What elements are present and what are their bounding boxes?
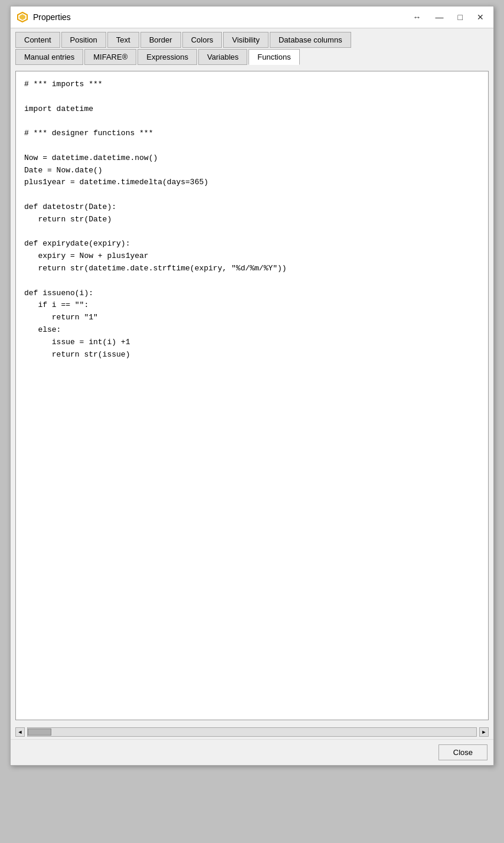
tab-database-columns[interactable]: Database columns	[270, 32, 351, 48]
tab-expressions[interactable]: Expressions	[138, 49, 197, 65]
title-bar: Properties ↔ — □ ✕	[11, 6, 493, 28]
tab-variables[interactable]: Variables	[198, 49, 247, 65]
main-content: # *** imports *** import datetime # *** …	[11, 66, 493, 725]
minimize-button[interactable]: —	[432, 11, 447, 23]
tab-row-2: Manual entries MIFARE® Expressions Varia…	[15, 49, 489, 65]
tab-position[interactable]: Position	[61, 32, 106, 48]
tab-text[interactable]: Text	[107, 32, 139, 48]
footer: Close	[11, 739, 493, 765]
title-bar-left: Properties	[17, 11, 71, 23]
code-editor[interactable]: # *** imports *** import datetime # *** …	[15, 71, 489, 720]
tab-functions[interactable]: Functions	[248, 49, 299, 65]
tab-mifare[interactable]: MIFARE®	[84, 49, 136, 65]
maximize-button[interactable]: □	[454, 11, 466, 23]
properties-window: Properties ↔ — □ ✕ Content Position Text…	[10, 6, 494, 766]
tab-visibility[interactable]: Visibility	[223, 32, 269, 48]
window-title: Properties	[33, 12, 71, 22]
tab-bar-container: Content Position Text Border Colors Visi…	[11, 28, 493, 65]
scrollbar-thumb[interactable]	[28, 728, 51, 736]
tab-colors[interactable]: Colors	[182, 32, 222, 48]
tab-row-1: Content Position Text Border Colors Visi…	[15, 32, 489, 48]
scrollbar-area: ◄ ►	[11, 725, 493, 739]
tab-border[interactable]: Border	[140, 32, 181, 48]
close-window-button[interactable]: ✕	[473, 11, 487, 23]
scroll-left-button[interactable]: ◄	[15, 727, 25, 737]
svg-marker-1	[19, 14, 25, 20]
title-bar-controls: ↔ — □ ✕	[410, 11, 487, 23]
close-button[interactable]: Close	[438, 744, 487, 760]
horizontal-scrollbar[interactable]	[27, 727, 477, 737]
scroll-right-button[interactable]: ►	[479, 727, 489, 737]
tab-content[interactable]: Content	[15, 32, 60, 48]
window-icon	[17, 11, 28, 23]
tab-manual-entries[interactable]: Manual entries	[15, 49, 83, 65]
resize-button[interactable]: ↔	[410, 11, 425, 23]
